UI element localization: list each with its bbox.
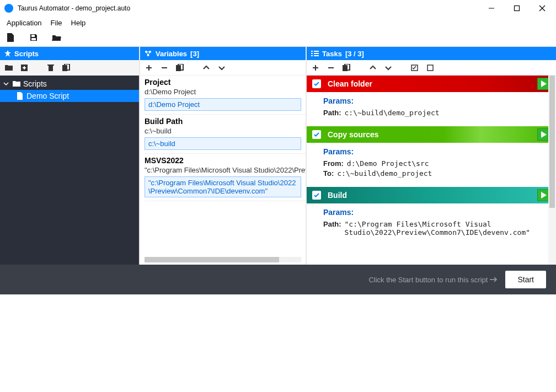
tree-item-label: Demo Script bbox=[26, 92, 69, 100]
close-button[interactable] bbox=[530, 0, 555, 17]
chevron-down-icon bbox=[3, 81, 10, 87]
new-file-icon[interactable] bbox=[6, 33, 15, 42]
variable-item[interactable]: Project d:\Demo Project d:\Demo Project bbox=[145, 76, 306, 115]
param-key: Path: bbox=[323, 109, 341, 117]
scripts-toolbar bbox=[0, 60, 139, 76]
param-key: From: bbox=[323, 159, 344, 168]
scripts-panel: Scripts Scripts Demo bbox=[0, 47, 139, 265]
task-header[interactable]: Copy sources bbox=[307, 126, 556, 143]
variables-panel: Variables [3] Project d:\Demo Project d:… bbox=[139, 47, 306, 265]
tree-icon bbox=[4, 50, 11, 57]
menu-application[interactable]: Application bbox=[2, 18, 46, 28]
task-title: Build bbox=[328, 191, 347, 200]
task-header[interactable]: Build bbox=[307, 187, 556, 203]
tasks-panel: Tasks [3 / 3] Clean folder bbox=[306, 47, 556, 265]
variable-item[interactable]: MSVS2022 "c:\Program Files\Microsoft Vis… bbox=[145, 154, 306, 201]
variable-name: MSVS2022 bbox=[145, 156, 306, 165]
task-clean-folder: Clean folder Params: Path: c:\~build\dem… bbox=[307, 76, 556, 126]
task-header[interactable]: Clean folder bbox=[307, 76, 556, 92]
task-body: Params: Path: "c:\Program Files\Microsof… bbox=[307, 203, 556, 246]
params-label: Params: bbox=[323, 208, 539, 217]
tree-folder-label: Scripts bbox=[23, 79, 47, 88]
task-copy-sources: Copy sources Params: From: d:\Demo Proje… bbox=[307, 126, 556, 187]
uncheck-all-icon[interactable] bbox=[426, 63, 435, 72]
check-all-icon[interactable] bbox=[410, 63, 419, 72]
tree-item-demo-script[interactable]: Demo Script bbox=[0, 90, 139, 102]
main-toolbar bbox=[0, 29, 556, 46]
menubar: Application File Help bbox=[0, 17, 556, 29]
menu-help[interactable]: Help bbox=[67, 18, 90, 28]
scripts-panel-title: Scripts bbox=[14, 50, 39, 58]
move-up-icon[interactable] bbox=[368, 63, 377, 72]
variables-panel-title: Variables bbox=[156, 50, 187, 58]
variable-name: Build Path bbox=[145, 117, 306, 126]
task-checkbox[interactable] bbox=[312, 130, 321, 139]
window-titlebar: Taurus Automator - demo_project.auto bbox=[0, 0, 556, 17]
svg-rect-33 bbox=[427, 65, 433, 71]
move-down-icon[interactable] bbox=[217, 63, 226, 72]
copy-icon[interactable] bbox=[62, 63, 71, 72]
param-key: To: bbox=[323, 169, 334, 178]
params-label: Params: bbox=[323, 147, 539, 156]
delete-icon[interactable] bbox=[46, 63, 55, 72]
tree-folder-scripts[interactable]: Scripts bbox=[0, 78, 139, 90]
folder-icon bbox=[12, 80, 21, 87]
new-folder-icon[interactable] bbox=[4, 63, 13, 72]
footer-bar: Click the Start button to run this scrip… bbox=[0, 265, 556, 294]
param-row: Path: c:\~build\demo_project bbox=[323, 109, 539, 117]
variable-item[interactable]: Build Path c:\~build c:\~build bbox=[145, 115, 306, 154]
tasks-icon bbox=[311, 50, 319, 57]
move-up-icon[interactable] bbox=[202, 63, 211, 72]
tasks-panel-title: Tasks bbox=[322, 50, 342, 58]
svg-rect-5 bbox=[31, 38, 36, 40]
params-label: Params: bbox=[323, 96, 539, 105]
task-build: Build Params: Path: "c:\Program Files\Mi… bbox=[307, 187, 556, 246]
menu-file[interactable]: File bbox=[46, 18, 67, 28]
maximize-button[interactable] bbox=[504, 0, 530, 17]
duplicate-icon[interactable] bbox=[342, 63, 351, 72]
task-title: Clean folder bbox=[328, 79, 372, 88]
task-body: Params: From: d:\Demo Project\src To: c:… bbox=[307, 143, 556, 187]
param-row: From: d:\Demo Project\src bbox=[323, 159, 539, 168]
param-value: d:\Demo Project\src bbox=[347, 159, 429, 168]
start-button[interactable]: Start bbox=[505, 271, 546, 288]
variable-name: Project bbox=[145, 78, 306, 87]
variable-value: d:\Demo Project bbox=[145, 88, 306, 96]
variable-input[interactable]: "c:\Program Files\Microsoft Visual Studi… bbox=[145, 176, 301, 197]
arrow-right-icon bbox=[490, 276, 498, 283]
move-down-icon[interactable] bbox=[384, 63, 393, 72]
variables-list: Project d:\Demo Project d:\Demo Project … bbox=[140, 76, 306, 265]
remove-icon[interactable] bbox=[327, 63, 335, 72]
file-icon bbox=[15, 92, 24, 100]
empty-area bbox=[0, 294, 556, 391]
variable-value: c:\~build bbox=[145, 127, 306, 135]
open-folder-icon[interactable] bbox=[52, 33, 62, 42]
vertical-scrollbar[interactable] bbox=[548, 76, 556, 265]
remove-icon[interactable] bbox=[160, 63, 169, 72]
new-item-icon[interactable] bbox=[20, 63, 29, 72]
tasks-toolbar bbox=[307, 60, 556, 76]
variables-icon bbox=[145, 50, 152, 57]
minimize-button[interactable] bbox=[479, 0, 504, 17]
variable-input[interactable]: c:\~build bbox=[145, 137, 301, 150]
param-value: c:\~build\demo_project bbox=[337, 169, 432, 178]
svg-rect-4 bbox=[31, 35, 35, 37]
task-title: Copy sources bbox=[328, 130, 379, 139]
param-value: c:\~build\demo_project bbox=[345, 109, 440, 117]
param-value: "c:\Program Files\Microsoft Visual Studi… bbox=[345, 220, 499, 237]
task-checkbox[interactable] bbox=[312, 79, 321, 88]
param-row: To: c:\~build\demo_project bbox=[323, 169, 539, 178]
variable-input[interactable]: d:\Demo Project bbox=[145, 98, 301, 111]
footer-hint: Click the Start button to run this scrip… bbox=[368, 276, 498, 284]
horizontal-scrollbar[interactable] bbox=[145, 257, 301, 262]
tasks-panel-header: Tasks [3 / 3] bbox=[307, 47, 556, 60]
variable-value: "c:\Program Files\Microsoft Visual Studi… bbox=[145, 166, 306, 174]
add-icon[interactable] bbox=[311, 63, 320, 72]
variables-count: [3] bbox=[190, 50, 199, 58]
add-icon[interactable] bbox=[145, 63, 153, 72]
scripts-panel-header: Scripts bbox=[0, 47, 139, 60]
duplicate-icon[interactable] bbox=[175, 63, 184, 72]
tasks-count: [3 / 3] bbox=[345, 50, 364, 58]
save-icon[interactable] bbox=[29, 33, 39, 42]
task-checkbox[interactable] bbox=[312, 191, 321, 200]
